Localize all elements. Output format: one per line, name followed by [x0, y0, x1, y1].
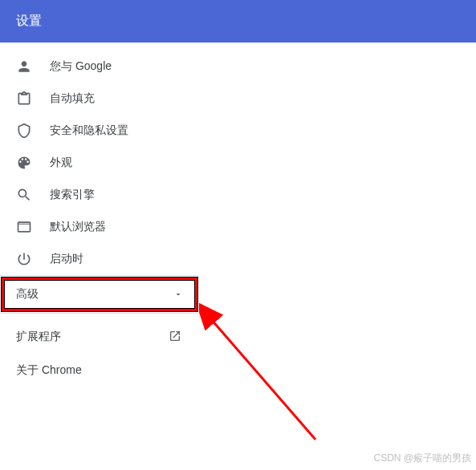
watermark-text: CSDN @瘊子喵的男孩	[373, 452, 471, 465]
settings-header: 设置	[0, 0, 476, 43]
settings-sidebar: 您与 Google 自动填充 安全和隐私设置 外观 搜索引擎 默认浏览器	[0, 43, 199, 387]
sidebar-item-privacy-security[interactable]: 安全和隐私设置	[0, 115, 199, 147]
security-icon	[16, 123, 32, 139]
sidebar-item-appearance[interactable]: 外观	[0, 147, 199, 179]
sidebar-item-search-engine[interactable]: 搜索引擎	[0, 179, 199, 211]
sidebar-item-label: 自动填充	[50, 91, 183, 106]
advanced-label: 高级	[16, 287, 39, 302]
power-icon	[16, 251, 32, 267]
sidebar-item-extensions[interactable]: 扩展程序	[0, 320, 199, 354]
sidebar-item-label: 您与 Google	[50, 59, 183, 74]
search-icon	[16, 187, 32, 203]
sidebar-bottom-section: 扩展程序 关于 Chrome	[0, 314, 199, 387]
sidebar-item-label: 启动时	[50, 252, 183, 266]
extensions-label: 扩展程序	[16, 330, 61, 344]
sidebar-item-default-browser[interactable]: 默认浏览器	[0, 211, 199, 243]
page-title: 设置	[16, 14, 42, 27]
sidebar-item-label: 搜索引擎	[50, 188, 183, 202]
browser-icon	[16, 219, 32, 235]
person-icon	[16, 59, 32, 75]
sidebar-item-label: 外观	[50, 156, 183, 170]
svg-line-1	[211, 319, 315, 440]
sidebar-item-you-and-google[interactable]: 您与 Google	[0, 51, 199, 83]
sidebar-item-about-chrome[interactable]: 关于 Chrome	[0, 354, 199, 387]
external-link-icon	[169, 330, 183, 344]
about-label: 关于 Chrome	[16, 363, 82, 378]
appearance-icon	[16, 155, 32, 171]
sidebar-item-on-startup[interactable]: 启动时	[0, 243, 199, 275]
chevron-down-icon	[173, 290, 183, 299]
annotation-arrow	[199, 303, 328, 448]
sidebar-item-autofill[interactable]: 自动填充	[0, 83, 199, 115]
sidebar-item-label: 默认浏览器	[50, 220, 183, 234]
autofill-icon	[16, 91, 32, 107]
sidebar-item-advanced[interactable]: 高级	[0, 275, 199, 314]
sidebar-item-label: 安全和隐私设置	[50, 124, 183, 138]
